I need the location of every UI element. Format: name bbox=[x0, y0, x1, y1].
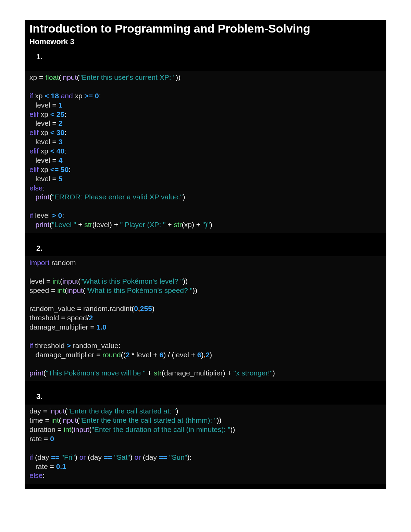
spacer bbox=[25, 381, 386, 390]
token-num: 40 bbox=[57, 147, 64, 155]
token-var: threshold bbox=[35, 342, 66, 349]
token-num: 2 bbox=[89, 314, 93, 322]
token-num: 18 bbox=[51, 92, 59, 100]
token-num: 3 bbox=[59, 138, 63, 146]
token-num: 2 bbox=[59, 119, 63, 127]
token-indent bbox=[29, 138, 36, 146]
token-type: str bbox=[84, 221, 92, 228]
token-str: "Fri" bbox=[61, 453, 75, 461]
token-num: 255 bbox=[140, 305, 152, 312]
token-indent bbox=[29, 193, 36, 201]
token-kw: if bbox=[29, 92, 35, 100]
token-op: : bbox=[64, 110, 66, 118]
token-type: int bbox=[64, 425, 71, 433]
token-var: time bbox=[29, 416, 45, 424]
token-var: level bbox=[36, 101, 52, 109]
token-type: round bbox=[102, 351, 121, 359]
token-op: : bbox=[64, 147, 66, 155]
token-var: random bbox=[83, 305, 108, 312]
token-num: 50 bbox=[61, 165, 68, 173]
token-type: int bbox=[52, 277, 60, 285]
token-str: "Enter the time the call started at (hhm… bbox=[79, 416, 216, 424]
token-paren: ( bbox=[43, 369, 46, 377]
token-var: level bbox=[29, 277, 46, 285]
question-1-heading: 1. bbox=[25, 50, 386, 65]
token-paren: ) bbox=[110, 221, 114, 228]
token-var: day bbox=[37, 453, 51, 461]
token-str: "Enter the duration of the call (in minu… bbox=[92, 425, 231, 433]
page-subtitle: Homework 3 bbox=[25, 37, 386, 50]
token-var: level bbox=[36, 138, 52, 146]
token-paren: ( bbox=[83, 286, 85, 294]
spacer bbox=[25, 65, 386, 71]
token-op: : bbox=[119, 342, 121, 349]
token-var: xp bbox=[41, 128, 50, 136]
token-str: "x stronger!" bbox=[234, 369, 273, 377]
token-num: 2 bbox=[126, 351, 130, 359]
token-op: = bbox=[52, 101, 59, 109]
token-var: damage_multiplier bbox=[164, 369, 223, 377]
token-var: level bbox=[36, 175, 52, 183]
token-fn: input bbox=[49, 407, 65, 415]
token-indent bbox=[29, 175, 36, 183]
token-op: = bbox=[52, 119, 59, 127]
token-str: "This Pokémon's move will be " bbox=[46, 369, 146, 377]
token-str: "Sun" bbox=[169, 453, 187, 461]
token-paren: ( bbox=[92, 221, 95, 228]
token-var: level bbox=[95, 221, 110, 228]
token-str: " Player (XP: " bbox=[120, 221, 166, 228]
token-paren: ) bbox=[176, 407, 178, 415]
token-num: 0 bbox=[134, 305, 138, 312]
token-var: duration bbox=[29, 425, 58, 433]
token-fn: print bbox=[36, 221, 50, 228]
spacer bbox=[25, 233, 386, 242]
token-paren: ) bbox=[152, 305, 154, 312]
token-op: = bbox=[45, 416, 51, 424]
token-op: = bbox=[43, 407, 49, 415]
token-var: damage_multiplier bbox=[36, 351, 96, 359]
token-var: speed bbox=[67, 314, 87, 322]
token-var: level bbox=[136, 351, 153, 359]
token-paren: )) bbox=[176, 73, 180, 81]
token-op: > bbox=[52, 211, 58, 219]
token-op: < bbox=[50, 147, 57, 155]
token-op: + bbox=[196, 221, 202, 228]
token-var: rate bbox=[29, 435, 44, 443]
token-var: level bbox=[174, 351, 191, 359]
token-str: "Sat" bbox=[114, 453, 130, 461]
token-paren: ) bbox=[183, 193, 185, 201]
page: Introduction to Programming and Problem-… bbox=[0, 0, 411, 532]
token-attr: randint bbox=[110, 305, 132, 312]
token-op: = bbox=[39, 73, 45, 81]
token-op: + bbox=[153, 351, 159, 359]
token-num: 6 bbox=[159, 351, 163, 359]
token-type: str bbox=[154, 369, 162, 377]
token-var: xp bbox=[29, 73, 39, 81]
token-type: float bbox=[45, 73, 59, 81]
token-paren: )) bbox=[230, 425, 235, 433]
token-indent bbox=[29, 462, 36, 470]
token-op: : bbox=[64, 128, 66, 136]
token-var: rate bbox=[36, 462, 50, 470]
token-kw: import bbox=[29, 259, 51, 267]
token-str: "Enter the day the call started at: " bbox=[67, 407, 176, 415]
token-kw: elif bbox=[29, 165, 41, 173]
token-kw: elif bbox=[29, 147, 41, 155]
token-fn: input bbox=[61, 73, 77, 81]
token-kw: elif bbox=[29, 128, 41, 136]
token-var: random_value bbox=[29, 305, 77, 312]
token-indent bbox=[29, 221, 36, 228]
token-type: int bbox=[51, 416, 59, 424]
token-paren: ( bbox=[172, 351, 174, 359]
token-kw: or bbox=[79, 453, 88, 461]
token-paren: ) bbox=[210, 221, 212, 228]
token-op: + bbox=[114, 221, 120, 228]
token-var: level bbox=[35, 211, 52, 219]
code-block-2: import random level = int(input("What is… bbox=[25, 256, 386, 381]
token-kw: and bbox=[61, 92, 75, 100]
token-indent bbox=[29, 156, 36, 164]
token-paren: ) bbox=[192, 221, 196, 228]
token-op: + bbox=[76, 221, 84, 228]
token-fn: input bbox=[74, 425, 89, 433]
token-kw: else bbox=[29, 471, 43, 479]
